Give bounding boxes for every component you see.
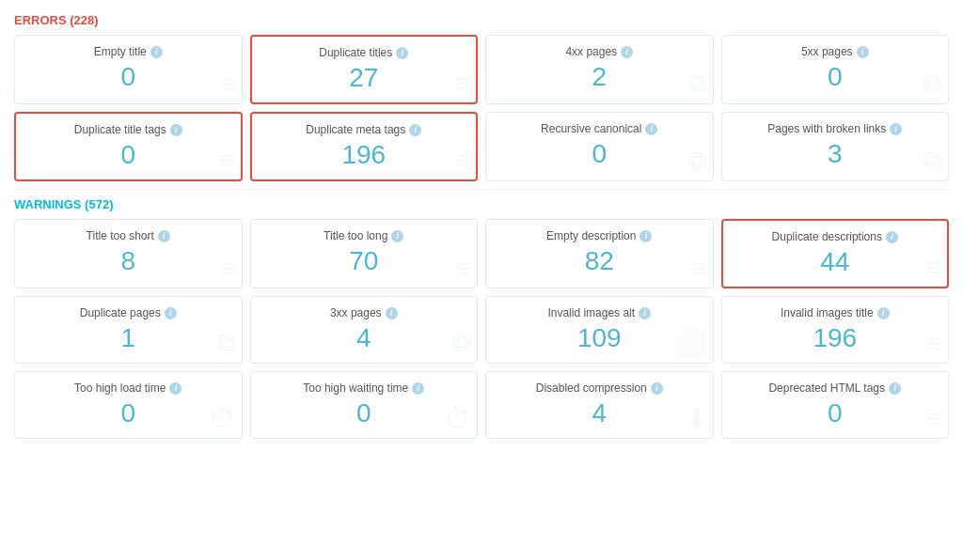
card-value: 0 bbox=[25, 142, 231, 168]
card-value: 196 bbox=[732, 325, 939, 351]
metric-card[interactable]: 3xx pagesi4⧉ bbox=[250, 296, 479, 364]
card-label: Title too shorti bbox=[24, 229, 232, 242]
metric-card[interactable]: 5xx pagesi0⧉ bbox=[721, 35, 950, 104]
metric-card[interactable]: Duplicate meta tagsi196≡ bbox=[250, 112, 479, 181]
info-icon[interactable]: i bbox=[889, 382, 901, 395]
warnings-section: WARNINGS (572) Title too shorti8≡Title t… bbox=[14, 197, 949, 439]
metric-card[interactable]: Too high load timei0⏱ bbox=[14, 371, 243, 439]
errors-section: ERRORS (228) Empty titlei0≡Duplicate tit… bbox=[14, 13, 949, 181]
info-icon[interactable]: i bbox=[886, 231, 898, 243]
card-value: 0 bbox=[496, 141, 703, 167]
metric-card[interactable]: Duplicate titlesi27≡ bbox=[250, 35, 479, 104]
info-icon[interactable]: i bbox=[621, 46, 633, 58]
card-value: 3 bbox=[732, 141, 939, 167]
info-icon[interactable]: i bbox=[396, 47, 408, 59]
card-value: 8 bbox=[24, 248, 232, 274]
metric-card[interactable]: Title too shorti8≡ bbox=[14, 219, 243, 288]
card-value: 1 bbox=[24, 325, 232, 351]
info-icon[interactable]: i bbox=[391, 230, 403, 242]
card-value: 2 bbox=[496, 64, 703, 90]
card-label: Too high load timei bbox=[24, 381, 232, 395]
info-icon[interactable]: i bbox=[645, 123, 657, 135]
info-icon[interactable]: i bbox=[386, 307, 398, 319]
info-icon[interactable]: i bbox=[412, 382, 424, 395]
card-label: Pages with broken linksi bbox=[732, 122, 939, 135]
metric-card[interactable]: Duplicate descriptionsi44≡ bbox=[721, 219, 950, 288]
card-value: 70 bbox=[260, 248, 468, 274]
info-icon[interactable]: i bbox=[150, 46, 163, 58]
metric-card[interactable]: 4xx pagesi2⧉ bbox=[485, 35, 714, 104]
info-icon[interactable]: i bbox=[409, 124, 421, 136]
warnings-title: WARNINGS (572) bbox=[14, 197, 949, 211]
card-label: Invalid images titlei bbox=[732, 306, 939, 319]
info-icon[interactable]: i bbox=[890, 123, 902, 135]
card-label: Duplicate titlesi bbox=[261, 46, 467, 59]
info-icon[interactable]: i bbox=[857, 46, 869, 58]
card-label: Duplicate meta tagsi bbox=[261, 123, 467, 136]
info-icon[interactable]: i bbox=[170, 124, 182, 136]
metric-card[interactable]: Duplicate pagesi1⧉ bbox=[14, 296, 243, 364]
card-label: Deprecated HTML tagsi bbox=[732, 381, 939, 395]
metric-card[interactable]: Empty titlei0≡ bbox=[14, 35, 243, 104]
warnings-grid-row1: Title too shorti8≡Title too longi70≡Empt… bbox=[14, 219, 949, 288]
card-value: 0 bbox=[732, 400, 939, 427]
card-value: 0 bbox=[260, 400, 468, 427]
metric-card[interactable]: Empty descriptioni82≡ bbox=[485, 219, 714, 288]
info-icon[interactable]: i bbox=[169, 382, 182, 395]
card-label: Recursive canonicali bbox=[496, 122, 703, 135]
card-label: Disabled compressioni bbox=[496, 381, 703, 395]
card-label: Duplicate title tagsi bbox=[25, 123, 231, 136]
info-icon[interactable]: i bbox=[877, 307, 890, 319]
card-label: Too high waiting timei bbox=[260, 381, 468, 395]
card-value: 0 bbox=[24, 400, 232, 427]
card-label: 3xx pagesi bbox=[260, 306, 468, 319]
info-icon[interactable]: i bbox=[651, 382, 663, 395]
metric-card[interactable]: Title too longi70≡ bbox=[250, 219, 479, 288]
card-label: 5xx pagesi bbox=[732, 45, 939, 58]
info-icon[interactable]: i bbox=[165, 307, 177, 319]
warnings-grid-row2: Duplicate pagesi1⧉3xx pagesi4⧉Invalid im… bbox=[14, 296, 949, 364]
card-label: Invalid images alti bbox=[496, 306, 703, 319]
card-label: Title too longi bbox=[260, 229, 468, 242]
info-icon[interactable]: i bbox=[639, 307, 651, 319]
metric-card[interactable]: Duplicate title tagsi0≡ bbox=[14, 112, 243, 181]
errors-title: ERRORS (228) bbox=[14, 13, 949, 27]
card-label: Duplicate descriptionsi bbox=[733, 230, 939, 243]
card-label: Duplicate pagesi bbox=[24, 306, 232, 319]
metric-card[interactable]: Invalid images alti109⬜ bbox=[485, 296, 714, 364]
info-icon[interactable]: i bbox=[639, 230, 652, 242]
card-value: 4 bbox=[260, 325, 468, 351]
metric-card[interactable]: Deprecated HTML tagsi0≡ bbox=[721, 371, 950, 439]
metric-card[interactable]: Invalid images titlei196≡ bbox=[721, 296, 950, 364]
card-value: 82 bbox=[496, 248, 703, 274]
metric-card[interactable]: Pages with broken linksi3⧉ bbox=[721, 112, 950, 181]
metric-card[interactable]: Too high waiting timei0⏱ bbox=[250, 371, 479, 439]
card-value: 0 bbox=[732, 64, 939, 90]
card-label: 4xx pagesi bbox=[496, 45, 703, 58]
errors-grid: Empty titlei0≡Duplicate titlesi27≡4xx pa… bbox=[14, 35, 949, 181]
card-value: 44 bbox=[733, 249, 939, 275]
card-value: 4 bbox=[496, 400, 703, 427]
card-value: 109 bbox=[496, 325, 703, 351]
card-value: 27 bbox=[261, 65, 467, 91]
card-label: Empty descriptioni bbox=[496, 229, 703, 242]
metric-card[interactable]: Disabled compressioni4⬇ bbox=[485, 371, 714, 439]
card-label: Empty titlei bbox=[24, 45, 232, 58]
metric-card[interactable]: Recursive canonicali0⧉ bbox=[485, 112, 714, 181]
info-icon[interactable]: i bbox=[158, 230, 170, 242]
card-value: 196 bbox=[261, 142, 467, 168]
card-value: 0 bbox=[24, 64, 232, 90]
warnings-grid-row3: Too high load timei0⏱Too high waiting ti… bbox=[14, 371, 949, 439]
